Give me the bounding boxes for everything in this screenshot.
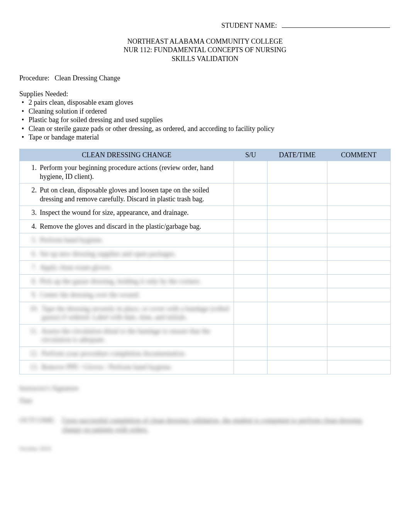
su-cell[interactable] [234,347,268,360]
su-cell[interactable] [234,233,268,247]
comment-cell[interactable] [327,233,390,247]
instructor-signature-label: Instructor's Signature [19,382,391,394]
datetime-cell[interactable] [268,206,327,220]
step-cell: 11.Assess the circulation distal to the … [20,324,234,347]
step-cell: 8.Pick up the gauze dressing, holding it… [20,274,234,288]
step-text: Tape the dressing securely in place, or … [42,304,232,322]
su-cell[interactable] [234,247,268,261]
header-line-3: SKILLS VALIDATION [19,54,391,63]
step-number: 11. [30,327,41,336]
student-name-label: STUDENT NAME: [221,22,277,29]
supply-item: Cleaning solution if ordered [19,107,391,116]
table-row: 6.Set up new dressing supplies and open … [20,247,391,261]
step-number: 5. [30,236,40,245]
supplies-label: Supplies Needed: [19,90,391,99]
comment-cell[interactable] [327,247,390,261]
su-cell[interactable] [234,219,268,233]
step-number: 9. [30,291,40,299]
table-row: 8.Pick up the gauze dressing, holding it… [20,274,391,288]
step-cell: 9.Center the dressing over the wound. [20,288,234,302]
step-cell: 7.Apply clean exam gloves. [20,261,234,275]
outcome-label: OUTCOME: [19,416,62,434]
comment-cell[interactable] [327,219,390,233]
step-number: 6. [30,250,40,258]
signature-block: Instructor's Signature Date [19,382,391,407]
datetime-cell[interactable] [268,302,327,324]
supply-item: 2 pairs clean, disposable exam gloves [19,98,391,107]
comment-cell[interactable] [327,324,390,347]
step-number: 2. [30,186,40,195]
step-text: Put on clean, disposable gloves and loos… [40,186,231,203]
su-cell[interactable] [234,184,268,206]
comment-cell[interactable] [327,161,390,184]
comment-cell[interactable] [327,347,390,360]
step-text: Assess the circulation distal to the ban… [41,327,231,344]
supplies-list: 2 pairs clean, disposable exam gloves Cl… [19,98,391,142]
datetime-cell[interactable] [268,274,327,288]
datetime-cell[interactable] [268,219,327,233]
step-text: Apply clean exam gloves. [40,263,231,272]
step-text: Inspect the wound for size, appearance, … [40,208,231,217]
datetime-cell[interactable] [268,288,327,302]
su-cell[interactable] [234,324,268,347]
datetime-cell[interactable] [268,247,327,261]
step-cell: 1.Perform your beginning procedure actio… [20,161,234,184]
step-cell: 2.Put on clean, disposable gloves and lo… [20,184,234,206]
comment-cell[interactable] [327,206,390,220]
step-cell: 4.Remove the gloves and discard in the p… [20,219,234,233]
table-header-steps: CLEAN DRESSING CHANGE [20,149,234,161]
step-text: Perform hand hygiene. [40,236,231,245]
step-cell: 13.Remove PPE / Gloves / Perform hand hy… [20,360,234,374]
su-cell[interactable] [234,360,268,374]
skills-table: CLEAN DRESSING CHANGE S/U DATE/TIME COMM… [19,149,391,374]
datetime-cell[interactable] [268,161,327,184]
su-cell[interactable] [234,274,268,288]
table-header-datetime: DATE/TIME [268,149,327,161]
step-number: 7. [30,263,40,272]
document-header: NORTHEAST ALABAMA COMMUNITY COLLEGE NUR … [19,37,391,63]
step-text: Pick up the gauze dressing, holding it o… [40,277,231,286]
comment-cell[interactable] [327,302,390,324]
su-cell[interactable] [234,302,268,324]
step-number: 13. [30,363,42,372]
header-line-2: NUR 112: FUNDAMENTAL CONCEPTS OF NURSING [19,46,391,54]
supply-item: Clean or sterile gauze pads or other dre… [19,124,391,133]
step-number: 8. [30,277,40,286]
step-number: 3. [30,208,40,217]
su-cell[interactable] [234,261,268,275]
datetime-cell[interactable] [268,360,327,374]
su-cell[interactable] [234,161,268,184]
table-row: 7.Apply clean exam gloves. [20,261,391,275]
datetime-cell[interactable] [268,324,327,347]
datetime-cell[interactable] [268,261,327,275]
outcome-block: OUTCOME: Upon successful completion of c… [19,416,391,434]
comment-cell[interactable] [327,288,390,302]
step-text: Remove the gloves and discard in the pla… [40,222,231,231]
comment-cell[interactable] [327,360,390,374]
comment-cell[interactable] [327,261,390,275]
step-cell: 3.Inspect the wound for size, appearance… [20,206,234,220]
su-cell[interactable] [234,206,268,220]
procedure-line: Procedure: Clean Dressing Change [19,74,391,83]
table-row: 10.Tape the dressing securely in place, … [20,302,391,324]
supply-item: Plastic bag for soiled dressing and used… [19,116,391,124]
datetime-cell[interactable] [268,184,327,206]
comment-cell[interactable] [327,274,390,288]
datetime-cell[interactable] [268,233,327,247]
datetime-cell[interactable] [268,347,327,360]
student-name-blank[interactable] [282,27,390,28]
procedure-label: Procedure: [19,74,49,82]
step-number: 1. [30,163,40,172]
table-row: 9.Center the dressing over the wound. [20,288,391,302]
table-row: 2.Put on clean, disposable gloves and lo… [20,184,391,206]
step-text: Remove PPE / Gloves / Perform hand hygie… [42,363,232,372]
su-cell[interactable] [234,288,268,302]
table-row: 1.Perform your beginning procedure actio… [20,161,391,184]
comment-cell[interactable] [327,184,390,206]
table-row: 3.Inspect the wound for size, appearance… [20,206,391,220]
outcome-text: Upon successful completion of clean dres… [62,416,391,434]
student-name-line: STUDENT NAME: [19,21,391,30]
supply-item: Tape or bandage material [19,133,391,142]
step-number: 4. [30,222,40,231]
step-cell: 12.Perform your procedure completion doc… [20,347,234,360]
